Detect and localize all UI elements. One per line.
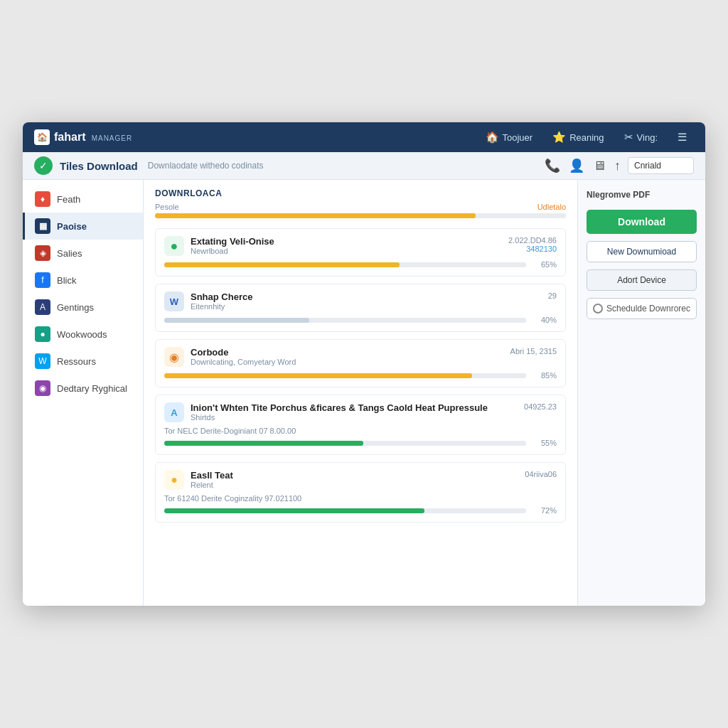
download-item-4: A Inion't Whten Tite Porchus &ficares & … bbox=[155, 395, 566, 455]
sidebar-icon-gentings: A bbox=[35, 299, 50, 315]
item-2-info: Snhap Cherce Eitennhity bbox=[191, 291, 542, 311]
top-nav: 🏠 fahart MANAGER 🏠 Toojuer ⭐ Reaning ✂ V… bbox=[23, 122, 705, 152]
item-1-progress-bar bbox=[164, 262, 526, 267]
item-4-progress-bar bbox=[164, 441, 526, 446]
sidebar-item-feath[interactable]: ♦ Feath bbox=[23, 186, 143, 213]
item-4-progress-fill bbox=[164, 441, 363, 446]
upload-icon[interactable]: ↑ bbox=[614, 159, 621, 173]
user-icon[interactable]: 👤 bbox=[569, 158, 584, 173]
scissors-icon: ✂ bbox=[624, 131, 633, 144]
item-3-sub: Downlcating, Comyetary Word bbox=[191, 358, 504, 366]
sidebar-label-gentings: Gentings bbox=[57, 302, 94, 313]
item-4-icon: A bbox=[164, 402, 184, 422]
download-button[interactable]: Download bbox=[587, 210, 697, 234]
item-5-speed: 04riiva06 bbox=[525, 470, 557, 478]
item-2-progress-fill bbox=[164, 318, 309, 323]
right-panel: Nlegromve PDF Download New Downumioad Ad… bbox=[577, 180, 705, 606]
item-1-meta: 2.022.DD4.86 3482130 bbox=[508, 236, 557, 253]
monitor-icon[interactable]: 🖥 bbox=[593, 159, 606, 173]
item-5-icon: ● bbox=[164, 470, 184, 490]
sidebar-icon-blick: f bbox=[35, 272, 50, 288]
brand-manager: MANAGER bbox=[92, 134, 133, 142]
download-item-1: ● Extating Veli-Onise Newrlboad 2.022.DD… bbox=[155, 228, 566, 277]
item-1-header: ● Extating Veli-Onise Newrlboad 2.022.DD… bbox=[164, 236, 557, 256]
item-5-meta: 04riiva06 bbox=[525, 470, 557, 478]
item-2-progress-bar bbox=[164, 318, 526, 323]
sidebar-item-ressours[interactable]: W Ressours bbox=[23, 348, 143, 375]
sidebar-icon-paoise: ▦ bbox=[35, 218, 50, 234]
overall-progress-fill bbox=[155, 213, 476, 218]
schedule-button[interactable]: Schedulde Downrorec bbox=[587, 298, 697, 319]
page-icon: ✓ bbox=[34, 156, 53, 175]
overall-label-row: Pesole Udletalo bbox=[155, 203, 566, 211]
add-device-button[interactable]: Adort Device bbox=[587, 269, 697, 291]
sidebar-item-dedtary[interactable]: ◉ Dedtary Ryghical bbox=[23, 375, 143, 402]
item-1-speed: 3482130 bbox=[508, 245, 557, 253]
nav-item-reaning[interactable]: ⭐ Reaning bbox=[545, 128, 611, 146]
nav-item-toojuer[interactable]: 🏠 Toojuer bbox=[478, 128, 540, 146]
overall-label-text: Pesole bbox=[155, 203, 179, 211]
item-2-speed: 29 bbox=[548, 291, 557, 300]
item-4-info: Inion't Whten Tite Porchus &ficares & Ta… bbox=[191, 402, 518, 422]
sub-header: ✓ Tiles Download Downlaodate withedo cod… bbox=[23, 152, 705, 180]
item-2-progress-row: 40% bbox=[164, 316, 557, 324]
overall-progress-section: Pesole Udletalo bbox=[155, 203, 566, 218]
sidebar-icon-salies: ◈ bbox=[35, 245, 50, 261]
sidebar-label-blick: Blick bbox=[57, 275, 76, 286]
phone-icon[interactable]: 📞 bbox=[545, 158, 560, 173]
sidebar-label-ressours: Ressours bbox=[57, 356, 96, 367]
item-1-icon: ● bbox=[164, 236, 184, 256]
item-4-header: A Inion't Whten Tite Porchus &ficares & … bbox=[164, 402, 557, 422]
sidebar-icon-wookwoods: ● bbox=[35, 326, 50, 342]
item-4-speed: 04925.23 bbox=[524, 402, 557, 411]
item-4-name: Inion't Whten Tite Porchus &ficares & Ta… bbox=[191, 402, 518, 413]
brand-icon: 🏠 bbox=[34, 129, 50, 145]
nav-item-ving[interactable]: ✂ Ving: bbox=[617, 128, 665, 146]
brand-name-group: fahart MANAGER bbox=[54, 131, 132, 144]
item-3-progress-fill bbox=[164, 373, 472, 378]
item-2-meta: 29 bbox=[548, 291, 557, 300]
sub-header-actions: 📞 👤 🖥 ↑ bbox=[545, 158, 621, 173]
item-5-progress-fill bbox=[164, 508, 424, 513]
item-1-progress-fill bbox=[164, 262, 400, 267]
page-desc: Downlaodate withedo codinats bbox=[148, 161, 264, 171]
panel-title: Nlegromve PDF bbox=[587, 190, 697, 200]
clock-icon bbox=[593, 304, 603, 314]
sidebar-item-salies[interactable]: ◈ Salies bbox=[23, 240, 143, 267]
sidebar-label-wookwoods: Wookwoods bbox=[57, 329, 107, 340]
item-5-pct: 72% bbox=[532, 506, 557, 515]
sidebar-label-dedtary: Dedtary Ryghical bbox=[57, 383, 127, 394]
item-5-sub: Relent bbox=[191, 481, 518, 489]
item-5-info: Easll Teat Relent bbox=[191, 470, 518, 489]
sidebar-item-blick[interactable]: f Blick bbox=[23, 267, 143, 294]
item-3-name: Corbode bbox=[191, 347, 504, 358]
item-2-sub: Eitennhity bbox=[191, 302, 542, 311]
download-item-5: ● Easll Teat Relent 04riiva06 Tor 61240 … bbox=[155, 462, 566, 523]
sidebar-item-paoise[interactable]: ▦ Paoise bbox=[23, 213, 143, 240]
item-2-name: Snhap Cherce bbox=[191, 291, 542, 302]
sidebar-item-gentings[interactable]: A Gentings bbox=[23, 294, 143, 321]
new-download-button[interactable]: New Downumioad bbox=[587, 241, 697, 262]
item-5-progress-bar bbox=[164, 508, 526, 513]
item-3-info: Corbode Downlcating, Comyetary Word bbox=[191, 347, 504, 366]
item-1-info: Extating Veli-Onise Newrlboad bbox=[191, 236, 502, 255]
item-2-header: W Snhap Cherce Eitennhity 29 bbox=[164, 291, 557, 311]
item-3-header: ◉ Corbode Downlcating, Comyetary Word Ab… bbox=[164, 347, 557, 367]
menu-icon: ☰ bbox=[678, 131, 687, 144]
download-item-2: W Snhap Cherce Eitennhity 29 40% bbox=[155, 284, 566, 332]
schedule-label: Schedulde Downrorec bbox=[606, 304, 690, 314]
sidebar-icon-ressours: W bbox=[35, 353, 50, 369]
nav-item-more[interactable]: ☰ bbox=[670, 128, 694, 146]
item-3-date: Abri 15, 2315 bbox=[510, 347, 557, 355]
download-item-3: ◉ Corbode Downlcating, Comyetary Word Ab… bbox=[155, 339, 566, 387]
item-3-progress-bar bbox=[164, 373, 526, 378]
filter-select[interactable]: Cnriald All Active Paused Completed bbox=[628, 157, 694, 174]
item-4-meta: 04925.23 bbox=[524, 402, 557, 411]
item-5-header: ● Easll Teat Relent 04riiva06 bbox=[164, 470, 557, 490]
sidebar: ♦ Feath ▦ Paoise ◈ Salies f Blick A Gent… bbox=[23, 180, 144, 606]
sidebar-icon-feath: ♦ bbox=[35, 191, 50, 207]
item-4-pct: 55% bbox=[532, 439, 557, 447]
item-5-version: Tor 61240 Derite Coginzality 97.021100 bbox=[164, 494, 557, 503]
app-window: 🏠 fahart MANAGER 🏠 Toojuer ⭐ Reaning ✂ V… bbox=[23, 122, 705, 606]
sidebar-item-wookwoods[interactable]: ● Wookwoods bbox=[23, 321, 143, 348]
